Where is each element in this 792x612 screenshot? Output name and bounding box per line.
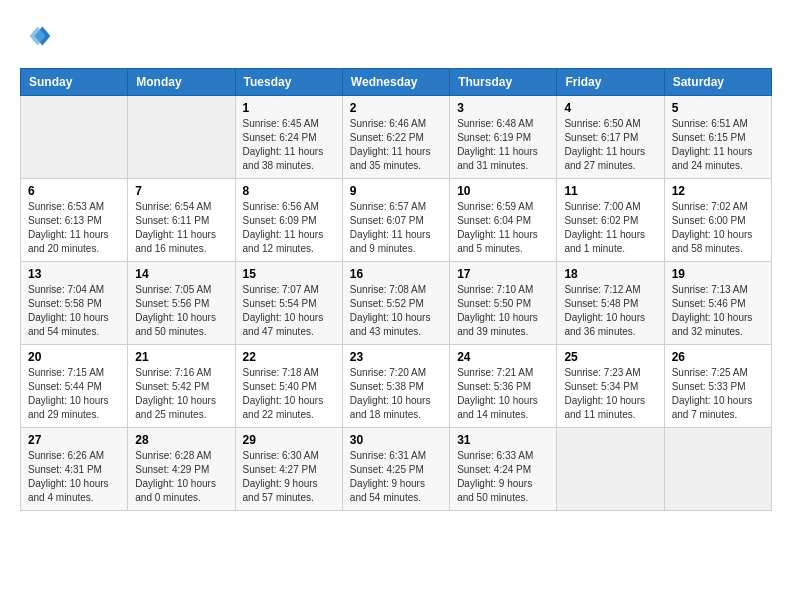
day-number: 16 <box>350 267 442 281</box>
weekday-header: Tuesday <box>235 69 342 96</box>
calendar-week-row: 27Sunrise: 6:26 AMSunset: 4:31 PMDayligh… <box>21 428 772 511</box>
day-info: Sunrise: 6:26 AMSunset: 4:31 PMDaylight:… <box>28 449 120 505</box>
calendar-cell: 7Sunrise: 6:54 AMSunset: 6:11 PMDaylight… <box>128 179 235 262</box>
calendar-week-row: 1Sunrise: 6:45 AMSunset: 6:24 PMDaylight… <box>21 96 772 179</box>
calendar-cell: 3Sunrise: 6:48 AMSunset: 6:19 PMDaylight… <box>450 96 557 179</box>
weekday-header: Wednesday <box>342 69 449 96</box>
weekday-header: Friday <box>557 69 664 96</box>
calendar-cell: 16Sunrise: 7:08 AMSunset: 5:52 PMDayligh… <box>342 262 449 345</box>
day-info: Sunrise: 6:54 AMSunset: 6:11 PMDaylight:… <box>135 200 227 256</box>
calendar-cell: 31Sunrise: 6:33 AMSunset: 4:24 PMDayligh… <box>450 428 557 511</box>
logo-icon <box>20 20 52 52</box>
day-info: Sunrise: 7:08 AMSunset: 5:52 PMDaylight:… <box>350 283 442 339</box>
day-number: 3 <box>457 101 549 115</box>
page-header <box>20 20 772 52</box>
calendar-cell: 13Sunrise: 7:04 AMSunset: 5:58 PMDayligh… <box>21 262 128 345</box>
weekday-header: Saturday <box>664 69 771 96</box>
day-number: 30 <box>350 433 442 447</box>
day-number: 9 <box>350 184 442 198</box>
calendar-week-row: 6Sunrise: 6:53 AMSunset: 6:13 PMDaylight… <box>21 179 772 262</box>
day-number: 22 <box>243 350 335 364</box>
calendar-cell: 25Sunrise: 7:23 AMSunset: 5:34 PMDayligh… <box>557 345 664 428</box>
day-number: 25 <box>564 350 656 364</box>
calendar-cell <box>557 428 664 511</box>
day-info: Sunrise: 7:25 AMSunset: 5:33 PMDaylight:… <box>672 366 764 422</box>
day-info: Sunrise: 6:45 AMSunset: 6:24 PMDaylight:… <box>243 117 335 173</box>
calendar-cell <box>664 428 771 511</box>
day-info: Sunrise: 6:53 AMSunset: 6:13 PMDaylight:… <box>28 200 120 256</box>
day-info: Sunrise: 7:20 AMSunset: 5:38 PMDaylight:… <box>350 366 442 422</box>
calendar-cell: 17Sunrise: 7:10 AMSunset: 5:50 PMDayligh… <box>450 262 557 345</box>
day-info: Sunrise: 6:46 AMSunset: 6:22 PMDaylight:… <box>350 117 442 173</box>
calendar-cell: 29Sunrise: 6:30 AMSunset: 4:27 PMDayligh… <box>235 428 342 511</box>
day-number: 7 <box>135 184 227 198</box>
calendar-cell: 9Sunrise: 6:57 AMSunset: 6:07 PMDaylight… <box>342 179 449 262</box>
calendar-cell: 21Sunrise: 7:16 AMSunset: 5:42 PMDayligh… <box>128 345 235 428</box>
calendar-header: SundayMondayTuesdayWednesdayThursdayFrid… <box>21 69 772 96</box>
day-info: Sunrise: 7:15 AMSunset: 5:44 PMDaylight:… <box>28 366 120 422</box>
day-number: 4 <box>564 101 656 115</box>
day-info: Sunrise: 6:48 AMSunset: 6:19 PMDaylight:… <box>457 117 549 173</box>
day-number: 28 <box>135 433 227 447</box>
day-number: 29 <box>243 433 335 447</box>
day-info: Sunrise: 6:33 AMSunset: 4:24 PMDaylight:… <box>457 449 549 505</box>
calendar-cell: 5Sunrise: 6:51 AMSunset: 6:15 PMDaylight… <box>664 96 771 179</box>
day-info: Sunrise: 6:51 AMSunset: 6:15 PMDaylight:… <box>672 117 764 173</box>
day-number: 15 <box>243 267 335 281</box>
day-info: Sunrise: 6:28 AMSunset: 4:29 PMDaylight:… <box>135 449 227 505</box>
day-number: 23 <box>350 350 442 364</box>
calendar-cell: 27Sunrise: 6:26 AMSunset: 4:31 PMDayligh… <box>21 428 128 511</box>
day-number: 19 <box>672 267 764 281</box>
calendar-cell: 28Sunrise: 6:28 AMSunset: 4:29 PMDayligh… <box>128 428 235 511</box>
day-info: Sunrise: 7:16 AMSunset: 5:42 PMDaylight:… <box>135 366 227 422</box>
calendar-cell <box>21 96 128 179</box>
day-number: 18 <box>564 267 656 281</box>
calendar-cell: 22Sunrise: 7:18 AMSunset: 5:40 PMDayligh… <box>235 345 342 428</box>
calendar-table: SundayMondayTuesdayWednesdayThursdayFrid… <box>20 68 772 511</box>
calendar-cell: 1Sunrise: 6:45 AMSunset: 6:24 PMDaylight… <box>235 96 342 179</box>
day-number: 20 <box>28 350 120 364</box>
day-number: 8 <box>243 184 335 198</box>
day-number: 6 <box>28 184 120 198</box>
day-info: Sunrise: 7:07 AMSunset: 5:54 PMDaylight:… <box>243 283 335 339</box>
day-info: Sunrise: 7:05 AMSunset: 5:56 PMDaylight:… <box>135 283 227 339</box>
day-number: 27 <box>28 433 120 447</box>
day-info: Sunrise: 7:13 AMSunset: 5:46 PMDaylight:… <box>672 283 764 339</box>
day-info: Sunrise: 6:30 AMSunset: 4:27 PMDaylight:… <box>243 449 335 505</box>
day-number: 14 <box>135 267 227 281</box>
day-number: 13 <box>28 267 120 281</box>
calendar-cell: 19Sunrise: 7:13 AMSunset: 5:46 PMDayligh… <box>664 262 771 345</box>
day-number: 11 <box>564 184 656 198</box>
day-info: Sunrise: 6:57 AMSunset: 6:07 PMDaylight:… <box>350 200 442 256</box>
day-info: Sunrise: 7:18 AMSunset: 5:40 PMDaylight:… <box>243 366 335 422</box>
calendar-week-row: 13Sunrise: 7:04 AMSunset: 5:58 PMDayligh… <box>21 262 772 345</box>
calendar-cell: 12Sunrise: 7:02 AMSunset: 6:00 PMDayligh… <box>664 179 771 262</box>
calendar-cell: 20Sunrise: 7:15 AMSunset: 5:44 PMDayligh… <box>21 345 128 428</box>
weekday-header: Thursday <box>450 69 557 96</box>
calendar-body: 1Sunrise: 6:45 AMSunset: 6:24 PMDaylight… <box>21 96 772 511</box>
day-info: Sunrise: 7:23 AMSunset: 5:34 PMDaylight:… <box>564 366 656 422</box>
day-info: Sunrise: 6:59 AMSunset: 6:04 PMDaylight:… <box>457 200 549 256</box>
calendar-cell: 23Sunrise: 7:20 AMSunset: 5:38 PMDayligh… <box>342 345 449 428</box>
day-number: 1 <box>243 101 335 115</box>
calendar-cell <box>128 96 235 179</box>
calendar-cell: 26Sunrise: 7:25 AMSunset: 5:33 PMDayligh… <box>664 345 771 428</box>
calendar-cell: 2Sunrise: 6:46 AMSunset: 6:22 PMDaylight… <box>342 96 449 179</box>
logo <box>20 20 56 52</box>
day-info: Sunrise: 7:12 AMSunset: 5:48 PMDaylight:… <box>564 283 656 339</box>
weekday-header-row: SundayMondayTuesdayWednesdayThursdayFrid… <box>21 69 772 96</box>
day-number: 2 <box>350 101 442 115</box>
day-info: Sunrise: 6:31 AMSunset: 4:25 PMDaylight:… <box>350 449 442 505</box>
day-info: Sunrise: 7:04 AMSunset: 5:58 PMDaylight:… <box>28 283 120 339</box>
day-info: Sunrise: 7:02 AMSunset: 6:00 PMDaylight:… <box>672 200 764 256</box>
calendar-week-row: 20Sunrise: 7:15 AMSunset: 5:44 PMDayligh… <box>21 345 772 428</box>
day-number: 24 <box>457 350 549 364</box>
calendar-cell: 30Sunrise: 6:31 AMSunset: 4:25 PMDayligh… <box>342 428 449 511</box>
day-info: Sunrise: 7:21 AMSunset: 5:36 PMDaylight:… <box>457 366 549 422</box>
day-number: 21 <box>135 350 227 364</box>
calendar-cell: 24Sunrise: 7:21 AMSunset: 5:36 PMDayligh… <box>450 345 557 428</box>
weekday-header: Sunday <box>21 69 128 96</box>
calendar-cell: 8Sunrise: 6:56 AMSunset: 6:09 PMDaylight… <box>235 179 342 262</box>
day-number: 31 <box>457 433 549 447</box>
calendar-cell: 14Sunrise: 7:05 AMSunset: 5:56 PMDayligh… <box>128 262 235 345</box>
